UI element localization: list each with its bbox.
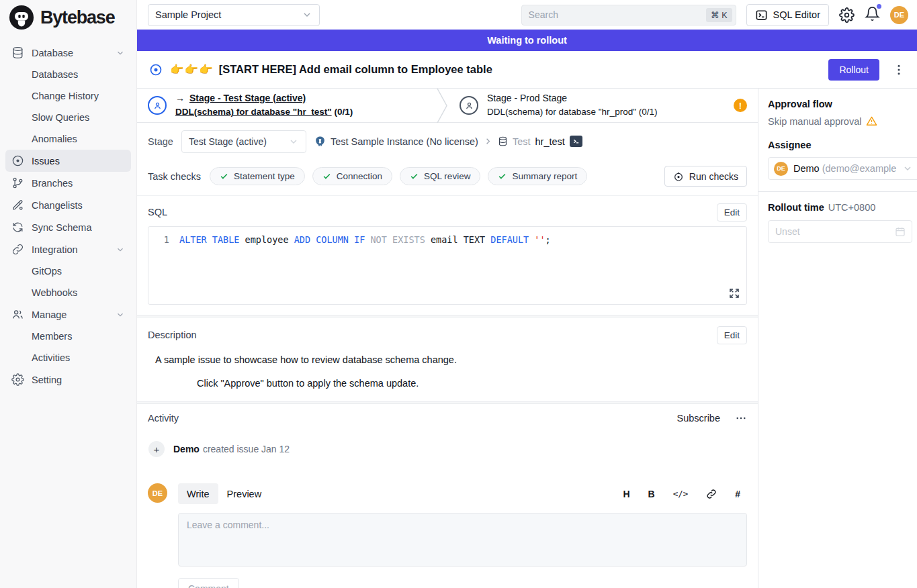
project-selector[interactable]: Sample Project (148, 4, 320, 26)
activity-author: Demo (173, 444, 200, 454)
sidebar-item-databases[interactable]: Databases (5, 64, 131, 85)
code-format-icon[interactable]: </> (673, 489, 689, 499)
chevron-down-icon (116, 245, 125, 254)
rollout-time-input[interactable] (768, 220, 912, 243)
assignee-selector[interactable]: DE Demo (demo@example (768, 157, 917, 180)
ellipsis-menu-icon[interactable] (735, 412, 747, 424)
kebab-menu-icon[interactable] (892, 63, 906, 77)
issue-title: 👉👉👉 [START HERE] Add email column to Emp… (170, 63, 492, 76)
stage-dropdown-value: Test Stage (active) (189, 136, 267, 147)
run-checks-label: Run checks (689, 171, 738, 182)
description-edit-button[interactable]: Edit (717, 326, 747, 344)
user-avatar[interactable]: DE (890, 6, 908, 24)
calendar-icon (895, 226, 906, 237)
bold-format-icon[interactable]: B (648, 489, 655, 499)
rollout-time-label: Rollout timeUTC+0800 (768, 202, 917, 213)
sidebar-item-integration[interactable]: Integration (5, 238, 131, 260)
check-pill-connection[interactable]: Connection (312, 167, 392, 185)
sidebar-item-label: Sync Schema (32, 222, 91, 233)
sidebar-item-label: Activities (32, 352, 70, 363)
sidebar-item-issues[interactable]: Issues (5, 150, 131, 172)
stage-prod-count: (0/1) (639, 107, 658, 117)
activity-section: Activity Subscribe + Democreated issue J… (137, 404, 758, 588)
tab-preview[interactable]: Preview (218, 483, 271, 504)
heading-format-icon[interactable]: H (623, 489, 629, 499)
person-icon (148, 96, 167, 115)
hash-format-icon[interactable]: # (735, 489, 740, 499)
task-checks-label: Task checks (148, 171, 201, 182)
sql-editor[interactable]: 1 ALTER TABLE employee ADD COLUMN IF NOT… (148, 226, 747, 305)
notifications[interactable] (865, 6, 880, 23)
check-pill-sql-review[interactable]: SQL review (400, 167, 480, 185)
sidebar-item-slow-queries[interactable]: Slow Queries (5, 107, 131, 128)
stage-prod-detail: DDL(schema) for database "hr_prod" (487, 107, 636, 117)
assignee-value: Demo (demo@example (793, 163, 897, 174)
check-pill-label: Summary report (512, 171, 577, 181)
sidebar-item-anomalies[interactable]: Anomalies (5, 128, 131, 150)
comment-submit-button[interactable]: Comment (178, 578, 239, 588)
terminal-icon (755, 9, 768, 21)
expand-fullscreen-icon[interactable] (729, 288, 740, 299)
stage-dropdown[interactable]: Test Stage (active) (181, 130, 306, 153)
search-input[interactable] (529, 9, 707, 20)
sidebar-item-label: Manage (32, 309, 67, 320)
sidebar-item-database[interactable]: Database (5, 42, 131, 64)
run-checks-button[interactable]: Run checks (664, 166, 747, 187)
settings-gear-icon[interactable] (839, 7, 855, 23)
sql-edit-button[interactable]: Edit (717, 203, 747, 222)
sidebar-item-gitops[interactable]: GitOps (5, 260, 131, 282)
sidebar-item-label: Change History (32, 91, 99, 101)
instance-link[interactable]: Test Sample Instance (No license) (331, 136, 478, 147)
database-link[interactable]: hr_test (535, 136, 565, 147)
sidebar-item-label: Anomalies (32, 134, 77, 144)
sidebar-item-label: Setting (32, 375, 62, 385)
sidebar-item-activities[interactable]: Activities (5, 347, 131, 369)
search-box[interactable]: ⌘ K (521, 5, 736, 26)
bytebase-logo[interactable]: Bytebase (0, 0, 136, 35)
chevron-down-icon (902, 163, 913, 174)
sidebar-item-label: Issues (32, 156, 60, 166)
stage-card-test[interactable]: → Stage - Test Stage (active) DDL(schema… (137, 89, 437, 122)
database-icon (498, 136, 508, 146)
sidebar-item-label: Webhooks (32, 287, 77, 298)
rollout-time-field[interactable] (775, 226, 895, 237)
stage-select-bar: Stage Test Stage (active) Test Sample In… (137, 123, 758, 160)
description-line-2: Click "Approve" button to apply the sche… (197, 378, 747, 389)
sidebar-item-sync-schema[interactable]: Sync Schema (5, 216, 131, 238)
project-selector-value: Sample Project (155, 9, 221, 20)
status-banner: Waiting to rollout (137, 30, 917, 51)
sidebar-item-webhooks[interactable]: Webhooks (5, 282, 131, 303)
stage-strip: → Stage - Test Stage (active) DDL(schema… (137, 89, 758, 123)
subscribe-button[interactable]: Subscribe (677, 413, 720, 424)
sidebar-item-change-history[interactable]: Change History (5, 85, 131, 107)
sidebar-item-label: GitOps (32, 266, 62, 277)
link-format-icon[interactable] (706, 489, 717, 499)
open-sql-editor-icon[interactable] (570, 136, 582, 147)
stage-prod-name: Stage - Prod Stage (487, 91, 567, 106)
chevron-down-icon (302, 9, 312, 20)
gear-icon (11, 373, 24, 386)
sidebar-item-manage[interactable]: Manage (5, 303, 131, 326)
comment-textarea[interactable] (187, 520, 738, 560)
sql-editor-button[interactable]: SQL Editor (746, 4, 829, 26)
sidebar-item-members[interactable]: Members (5, 326, 131, 347)
rollout-button[interactable]: Rollout (828, 59, 879, 81)
rollout-time-text: Rollout time (768, 202, 824, 213)
tab-write[interactable]: Write (178, 483, 218, 504)
stage-card-prod[interactable]: Stage - Prod Stage DDL(schema) for datab… (449, 89, 758, 122)
sidebar-item-setting[interactable]: Setting (5, 369, 131, 391)
notification-dot (877, 4, 881, 9)
chevron-right-icon (483, 136, 493, 146)
check-icon (322, 172, 331, 181)
check-pill-statement-type[interactable]: Statement type (210, 167, 305, 185)
check-pill-summary-report[interactable]: Summary report (488, 167, 587, 185)
approval-flow-label: Approval flow (768, 99, 917, 109)
plus-icon: + (148, 441, 165, 457)
description-section: Description Edit A sample issue to showc… (137, 317, 758, 401)
stage-prod-texts: Stage - Prod Stage DDL(schema) for datab… (487, 91, 657, 120)
sidebar-item-label: Changelists (32, 200, 83, 211)
sidebar-item-branches[interactable]: Branches (5, 172, 131, 194)
sidebar-item-changelists[interactable]: Changelists (5, 194, 131, 216)
topbar-actions: ⌘ K SQL Editor DE (521, 4, 908, 26)
activity-entry-text: Democreated issue Jan 12 (173, 444, 290, 454)
